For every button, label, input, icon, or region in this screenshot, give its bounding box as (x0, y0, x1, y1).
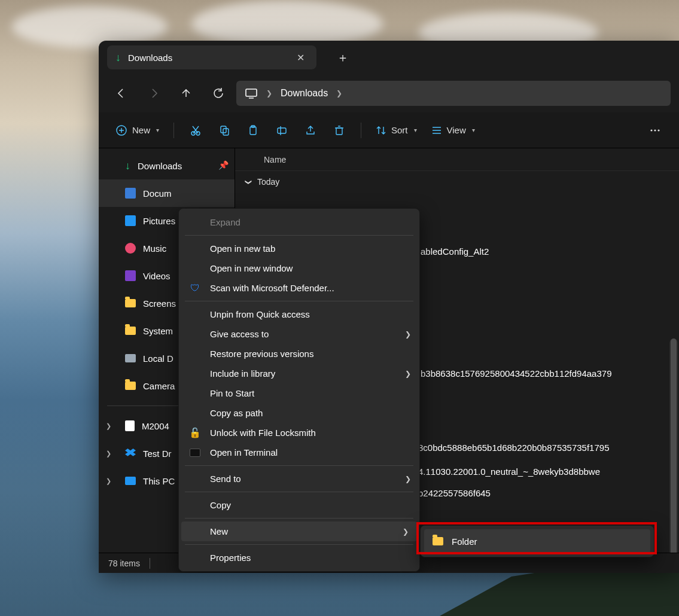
monitor-icon (125, 477, 136, 485)
ctx-label: Open in Terminal (210, 447, 278, 458)
svg-rect-0 (246, 89, 257, 96)
view-button[interactable]: View ▾ (425, 121, 481, 139)
chevron-right-icon[interactable]: ❯ (106, 477, 111, 485)
ctx-give-access[interactable]: Give access to❯ (179, 324, 419, 344)
file-name: 4.11030.22001.0_neutral_~_8wekyb3d8bbwe (418, 466, 600, 477)
divider (185, 544, 413, 545)
ctx-label: Restore previous versions (210, 349, 313, 359)
terminal-icon (188, 449, 202, 457)
monitor-icon (245, 87, 258, 99)
ctx-expand[interactable]: Expand (179, 212, 419, 232)
group-label: Today (257, 177, 279, 187)
sidebar-item-documents[interactable]: Docum (99, 179, 235, 207)
scrollbar[interactable] (669, 339, 678, 573)
ctx-label: Send to (210, 474, 241, 484)
shield-icon: 🛡 (188, 283, 202, 294)
sidebar-item-label: This PC (143, 476, 175, 486)
ctx-label: Properties (210, 553, 251, 563)
breadcrumb[interactable]: ❯ Downloads ❯ (236, 81, 671, 106)
folder-icon (125, 327, 136, 335)
share-button[interactable] (297, 118, 324, 142)
videos-icon (125, 270, 136, 281)
ctx-label: Open in new window (210, 263, 293, 273)
paste-button[interactable] (240, 118, 266, 142)
item-count: 78 items (108, 559, 140, 568)
svg-rect-11 (250, 127, 256, 135)
chevron-right-icon[interactable]: ❯ (331, 89, 347, 97)
chevron-right-icon: ❯ (405, 330, 411, 339)
chevron-right-icon[interactable]: ❯ (106, 450, 111, 458)
folder-icon (433, 537, 443, 545)
tab-downloads[interactable]: ↓ Downloads ✕ (107, 45, 316, 69)
new-button[interactable]: New ▾ (109, 121, 165, 140)
file-name: abledConfig_Alt2 (421, 246, 489, 257)
divider (185, 235, 413, 236)
back-button[interactable] (107, 81, 136, 105)
divider (185, 518, 413, 519)
sidebar-item-label: Camera (143, 381, 175, 391)
chevron-right-icon[interactable]: ❯ (261, 89, 277, 97)
ctx-send-to[interactable]: Send to❯ (179, 469, 419, 489)
sidebar-item-label: Music (143, 243, 166, 254)
tab-title: Downloads (128, 53, 286, 63)
submenu-label: Folder (452, 536, 477, 547)
new-tab-button[interactable]: ＋ (331, 47, 355, 68)
ctx-include-library[interactable]: Include in library❯ (179, 364, 419, 383)
ctx-open-tab[interactable]: Open in new tab (179, 239, 419, 258)
refresh-button[interactable] (204, 81, 233, 105)
sort-button[interactable]: Sort ▾ (370, 121, 423, 139)
ctx-copy[interactable]: Copy (179, 495, 419, 515)
ctx-label: Give access to (210, 329, 269, 339)
breadcrumb-seg[interactable]: Downloads (281, 88, 328, 99)
cut-button[interactable] (182, 118, 209, 142)
ctx-new[interactable]: New❯ (181, 522, 417, 541)
context-submenu-new: Folder (420, 525, 654, 557)
svg-rect-15 (336, 128, 342, 135)
file-icon (125, 420, 135, 431)
chevron-down-icon: ❯ (245, 179, 252, 185)
pin-icon[interactable]: 📌 (218, 160, 229, 170)
close-tab-button[interactable]: ✕ (293, 50, 308, 66)
download-icon: ↓ (125, 160, 130, 172)
chevron-right-icon: ❯ (403, 527, 409, 536)
chevron-right-icon[interactable]: ❯ (106, 422, 111, 430)
sidebar-item-label: Downloads (138, 161, 182, 171)
ctx-unpin-quick[interactable]: Unpin from Quick access (179, 304, 419, 324)
file-name: 8c0bdc5888eb65b1d68b220b0b87535735f1795 (418, 443, 610, 453)
sidebar-item-label: System (143, 326, 173, 336)
ctx-restore-versions[interactable]: Restore previous versions (179, 344, 419, 364)
ctx-properties[interactable]: Properties (179, 548, 419, 568)
view-label: View (447, 125, 466, 135)
ctx-label: Copy as path (210, 408, 263, 418)
divider (361, 123, 361, 138)
up-button[interactable] (172, 81, 200, 105)
delete-button[interactable] (326, 118, 352, 142)
lock-icon: 🔓 (188, 427, 202, 438)
svg-line-7 (193, 126, 199, 133)
ctx-open-terminal[interactable]: Open in Terminal (179, 443, 419, 462)
ctx-unlock-locksmith[interactable]: 🔓Unlock with File Locksmith (179, 423, 419, 443)
sidebar-item-label: Docum (143, 188, 172, 199)
submenu-folder[interactable]: Folder (424, 529, 650, 553)
toolbar: New ▾ Sort ▾ View ▾ (99, 112, 679, 148)
ctx-pin-start[interactable]: Pin to Start (179, 383, 419, 403)
forward-button[interactable] (139, 81, 168, 105)
rename-button[interactable] (269, 118, 295, 142)
ctx-label: Unpin from Quick access (210, 309, 310, 319)
sidebar-item-downloads[interactable]: ↓ Downloads 📌 (99, 152, 235, 179)
navbar: ❯ Downloads ❯ (99, 74, 679, 112)
column-header-name[interactable]: Name (235, 148, 679, 171)
pictures-icon (125, 215, 136, 226)
ctx-open-window[interactable]: Open in new window (179, 258, 419, 278)
ctx-copy-path[interactable]: Copy as path (179, 403, 419, 423)
ctx-scan-defender[interactable]: 🛡Scan with Microsoft Defender... (179, 278, 419, 298)
copy-button[interactable] (211, 118, 238, 142)
context-menu: Expand Open in new tab Open in new windo… (178, 208, 420, 572)
file-group-today[interactable]: ❯ Today (235, 173, 679, 190)
sort-label: Sort (391, 125, 408, 135)
music-icon (125, 243, 136, 254)
drive-icon (125, 354, 136, 362)
ctx-label: Include in library (210, 368, 275, 379)
more-button[interactable] (642, 118, 668, 142)
sidebar-item-label: Screens (143, 298, 176, 309)
